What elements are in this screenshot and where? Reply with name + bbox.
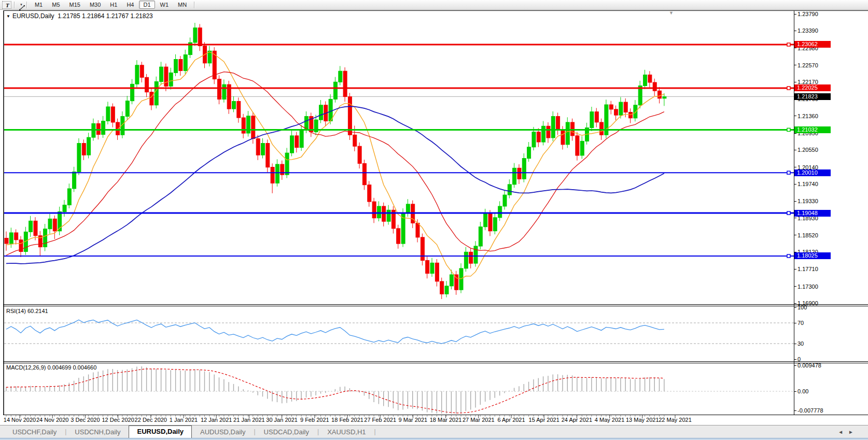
chart-ohlc-values: 1.21785 1.21864 1.21767 1.21823 <box>58 12 153 20</box>
chart-symbol: EURUSD,Daily <box>12 12 54 20</box>
timeframe-button-M1[interactable]: M1 <box>31 1 47 9</box>
price-axis-tick <box>794 184 796 184</box>
tab-eurusd[interactable]: EURUSD,Daily <box>129 425 192 438</box>
chart-shift-marker-icon[interactable]: ▼ <box>669 10 674 16</box>
tabs-scroll-right-icon[interactable]: ► <box>848 429 859 435</box>
chart-tabs-bar: USDCHF,Daily|USDCNH,DailyEURUSD,DailyAUD… <box>0 425 868 438</box>
text-tool-button[interactable]: T <box>2 1 11 9</box>
price-axis-tick <box>794 31 796 31</box>
price-axis-tick-label: 1.18520 <box>797 232 818 238</box>
time-axis-label: 22 Dec 2020 <box>135 417 167 423</box>
price-axis-tick <box>794 286 796 287</box>
time-axis-label: 22 May 2021 <box>659 417 692 423</box>
time-axis-label: 14 Nov 2020 <box>4 417 36 423</box>
time-axis-label: 30 Jan 2021 <box>266 417 298 423</box>
price-line-badge: 1.22025 <box>794 84 831 91</box>
top-toolbar: T ▼ M1M5M15M30H1H4D1W1MN <box>0 0 868 10</box>
rsi-indicator-label: RSI(14) 60.2141 <box>6 308 48 314</box>
toolbar-separator <box>26 2 27 8</box>
time-axis-label: 18 Feb 2021 <box>331 417 363 423</box>
tab-audusd[interactable]: AUDUSD,Daily <box>192 427 254 438</box>
tabs-scroll: ◄► <box>838 429 859 435</box>
macd-axis-tick-label: 0.00 <box>797 388 808 394</box>
price-axis-tick <box>794 65 796 65</box>
timeframe-button-H1[interactable]: H1 <box>106 1 121 9</box>
current-price-badge: 1.21823 <box>794 93 831 100</box>
time-axis-label: 15 Apr 2021 <box>529 417 559 423</box>
macd-axis-tick-label: 0.009478 <box>797 362 821 368</box>
rsi-axis-tick-label: 100 <box>797 304 807 310</box>
timeframe-button-H4[interactable]: H4 <box>122 1 138 9</box>
time-axis-label: 18 Mar 2021 <box>430 417 462 423</box>
price-axis-tick <box>794 269 796 269</box>
timeframe-button-M15[interactable]: M15 <box>65 1 85 9</box>
time-axis-label: 21 Jan 2021 <box>233 417 265 423</box>
time-axis-label: 9 Feb 2021 <box>300 417 329 423</box>
time-axis-label: 12 Dec 2020 <box>102 417 134 423</box>
price-axis-tick <box>794 116 796 116</box>
time-axis-label: 3 Dec 2020 <box>71 417 100 423</box>
price-axis-tick-label: 1.23390 <box>797 27 818 34</box>
price-axis-tick <box>794 82 796 82</box>
price-line-badge: 1.18025 <box>794 252 831 259</box>
time-axis-label: 13 May 2021 <box>626 417 659 423</box>
price-axis-tick <box>794 201 796 202</box>
timeframe-button-M5[interactable]: M5 <box>48 1 64 9</box>
tabs-scroll-left-icon[interactable]: ◄ <box>838 429 848 435</box>
tab-usdcad[interactable]: USDCAD,Daily <box>256 427 317 438</box>
price-line-badge: 1.23062 <box>794 41 831 48</box>
price-axis-tick-label: 1.21360 <box>797 113 818 119</box>
price-axis-tick <box>794 150 796 150</box>
price-axis-tick-label: 1.22170 <box>797 79 818 85</box>
rsi-axis-tick <box>794 344 796 344</box>
timeframe-button-D1[interactable]: D1 <box>139 1 155 9</box>
toolbar-separator <box>14 2 15 8</box>
price-axis-tick-label: 1.17710 <box>797 266 818 272</box>
macd-axis-tick <box>794 410 796 411</box>
time-axis-label: 1 Jan 2021 <box>170 417 198 423</box>
price-axis-tick-label: 1.22570 <box>797 62 818 68</box>
rsi-axis-tick-label: 30 <box>797 340 804 347</box>
tab-separator: | <box>374 428 376 438</box>
rsi-axis-tick <box>794 359 796 360</box>
tab-usdchf[interactable]: USDCHF,Daily <box>4 427 65 438</box>
panel-separator[interactable] <box>3 361 868 362</box>
crosshair-tool-button[interactable]: ▼ <box>18 1 24 9</box>
macd-panel-canvas[interactable] <box>4 363 794 415</box>
price-axis-tick <box>794 218 796 218</box>
data-window-arrow-icon[interactable]: ▼ <box>6 14 10 19</box>
price-line-badge: 1.20010 <box>794 169 831 176</box>
price-axis-tick-label: 1.20550 <box>797 147 818 153</box>
price-axis-tick-label: 1.17300 <box>797 283 818 290</box>
time-axis-label: 4 May 2021 <box>595 417 624 423</box>
time-axis-label: 24 Nov 2020 <box>36 417 68 423</box>
time-axis-label: 6 Apr 2021 <box>497 417 525 423</box>
price-axis-tick <box>794 235 796 235</box>
toolbar-separator <box>194 2 195 8</box>
time-axis-label: 9 Mar 2021 <box>399 417 428 423</box>
rsi-panel-canvas[interactable] <box>4 306 794 361</box>
price-axis-tick <box>794 303 796 304</box>
tab-usdcnh[interactable]: USDCNH,Daily <box>66 427 129 438</box>
chart-tabs: USDCHF,Daily|USDCNH,DailyEURUSD,DailyAUD… <box>4 425 376 438</box>
price-axis-tick-label: 1.19740 <box>797 181 818 187</box>
chart-symbol-title[interactable]: ▼EURUSD,Daily 1.21785 1.21864 1.21767 1.… <box>6 12 153 20</box>
price-line-badge: 1.19048 <box>794 210 831 217</box>
rsi-axis-tick <box>794 307 796 308</box>
timeframe-button-MN[interactable]: MN <box>174 1 191 9</box>
price-axis-tick <box>794 167 796 167</box>
price-axis-tick <box>794 14 796 15</box>
timeframe-button-W1[interactable]: W1 <box>156 1 173 9</box>
timeframe-button-M30[interactable]: M30 <box>86 1 105 9</box>
tab-xauusd[interactable]: XAUUSD,H1 <box>319 427 374 438</box>
time-axis-label: 27 Feb 2021 <box>364 417 396 423</box>
rsi-axis-tick-label: 70 <box>797 320 804 326</box>
time-axis-label: 27 Mar 2021 <box>463 417 495 423</box>
rsi-axis-tick-label: 0 <box>797 356 801 362</box>
time-axis-label: 12 Jan 2021 <box>201 417 232 423</box>
panel-separator[interactable] <box>3 304 868 305</box>
price-chart-canvas[interactable] <box>4 11 794 304</box>
price-line-badge: 1.21032 <box>794 126 831 133</box>
time-axis-label: 24 Apr 2021 <box>562 417 592 423</box>
macd-indicator-label: MACD(12,26,9) 0.004699 0.004660 <box>6 364 96 371</box>
